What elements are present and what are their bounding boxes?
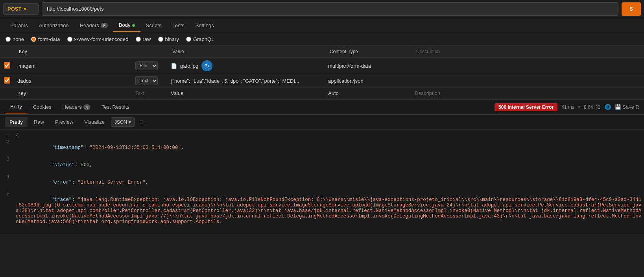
- col-header-check: [0, 46, 14, 58]
- row-content-type: multipart/form-data: [325, 58, 411, 74]
- tab-settings[interactable]: Settings: [190, 19, 220, 32]
- body-options: none form-data x-www-form-urlencoded raw…: [0, 33, 644, 46]
- tab-tests[interactable]: Tests: [167, 19, 190, 32]
- top-bar: POST ▾ S: [0, 0, 644, 18]
- table-row: imagem File Text 📄 gato.jpg ↻ multipart/…: [0, 58, 644, 74]
- row-value: {"nome": "Lua","idade": 5,"tipo": "GATO"…: [168, 74, 325, 88]
- body-dot: [132, 24, 135, 27]
- placeholder-description: Description: [411, 88, 644, 99]
- response-tab-cookies[interactable]: Cookies: [28, 101, 57, 113]
- url-input[interactable]: [42, 2, 618, 16]
- save-icon[interactable]: 💾 Save R: [615, 104, 639, 110]
- json-line: 3 "status": 500,: [0, 156, 644, 174]
- json-viewer: 1 { 2 "timestamp": "2024-09-13T13:35:02.…: [0, 130, 644, 234]
- option-none[interactable]: none: [6, 36, 24, 42]
- format-pretty[interactable]: Pretty: [5, 117, 28, 127]
- row-description: [411, 58, 644, 74]
- row-content-type: application/json: [325, 74, 411, 88]
- row-key: imagem: [14, 58, 132, 74]
- row-value: 📄 gato.jpg ↻: [168, 58, 325, 74]
- row-type[interactable]: Text File: [132, 74, 168, 88]
- method-dropdown[interactable]: POST ▾: [3, 3, 39, 15]
- col-header-key: Key: [14, 46, 132, 58]
- json-line: 1 {: [0, 133, 644, 139]
- row-description: [411, 74, 644, 88]
- table-row-placeholder: Key Text Value Auto Description: [0, 88, 644, 99]
- method-label: POST: [7, 6, 21, 12]
- option-binary[interactable]: binary: [158, 36, 179, 42]
- option-form-data[interactable]: form-data: [31, 36, 60, 42]
- status-bar: 500 Internal Server Error 41 ms • 8.64 K…: [495, 103, 639, 111]
- col-header-description: Description: [411, 46, 644, 58]
- format-preview[interactable]: Preview: [50, 117, 78, 127]
- tab-params[interactable]: Params: [5, 19, 33, 32]
- tab-body[interactable]: Body: [113, 19, 140, 32]
- json-line: 2 "timestamp": "2024-09-13T13:35:02.514+…: [0, 139, 644, 156]
- placeholder-value: Value: [168, 88, 325, 99]
- tab-authorization[interactable]: Authorization: [33, 19, 74, 32]
- wrap-icon[interactable]: ≡: [139, 119, 143, 126]
- col-header-value: Value: [168, 46, 325, 58]
- file-value: 📄 gato.jpg ↻: [171, 60, 322, 71]
- response-tab-test-results[interactable]: Test Results: [96, 101, 135, 113]
- row-key: dados: [14, 74, 132, 88]
- upload-button[interactable]: ↻: [201, 60, 212, 71]
- response-size: 8.64 KB: [584, 104, 601, 110]
- globe-icon[interactable]: 🌐: [605, 104, 611, 110]
- response-section: Body Cookies Headers4 Test Results 500 I…: [0, 99, 644, 234]
- row-check[interactable]: [0, 58, 14, 74]
- tab-headers[interactable]: Headers8: [74, 19, 113, 32]
- placeholder-type: Text: [132, 88, 168, 99]
- send-button[interactable]: S: [622, 2, 641, 16]
- form-data-table: Key Value Content-Type Description image…: [0, 46, 644, 99]
- response-tab-bar: Body Cookies Headers4 Test Results 500 I…: [0, 100, 644, 115]
- row-check[interactable]: [0, 74, 14, 88]
- col-header-content-type: Content-Type: [325, 46, 411, 58]
- option-graphql[interactable]: GraphQL: [186, 36, 214, 42]
- format-raw[interactable]: Raw: [29, 117, 49, 127]
- response-tab-body[interactable]: Body: [5, 100, 28, 113]
- format-visualize[interactable]: Visualize: [79, 117, 109, 127]
- option-raw[interactable]: raw: [136, 36, 151, 42]
- file-icon: 📄: [171, 63, 177, 69]
- json-line: 5 "trace": "java.lang.RuntimeException: …: [0, 191, 644, 231]
- chevron-down-icon: ▾: [129, 119, 131, 125]
- row-type[interactable]: File Text: [132, 58, 168, 74]
- table-row: dados Text File {"nome": "Lua","idade": …: [0, 74, 644, 88]
- option-urlencoded[interactable]: x-www-form-urlencoded: [67, 36, 129, 42]
- request-tab-bar: Params Authorization Headers8 Body Scrip…: [0, 18, 644, 33]
- placeholder-content-type: Auto: [325, 88, 411, 99]
- chevron-down-icon: ▾: [24, 6, 26, 12]
- placeholder-key: Key: [14, 88, 132, 99]
- type-select[interactable]: Text File: [135, 76, 158, 85]
- response-time: 41 ms: [561, 104, 574, 110]
- json-line: 4 "error": "Internal Server Error",: [0, 174, 644, 191]
- tab-scripts[interactable]: Scripts: [140, 19, 167, 32]
- col-header-type: [132, 46, 168, 58]
- status-badge: 500 Internal Server Error: [495, 103, 557, 111]
- response-body-toolbar: Pretty Raw Preview Visualize JSON ▾ ≡: [0, 115, 644, 130]
- response-tab-headers[interactable]: Headers4: [57, 101, 96, 113]
- json-format-select[interactable]: JSON ▾: [111, 117, 135, 127]
- type-select[interactable]: File Text: [135, 61, 158, 70]
